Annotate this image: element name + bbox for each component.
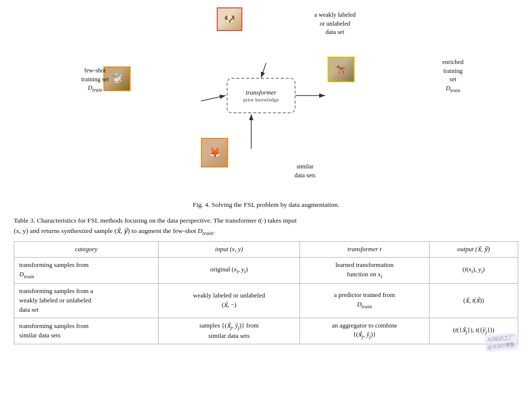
svg-line-1 — [201, 96, 226, 101]
row3-input: samples {(x̂j, ŷj)} fromsimilar data set… — [159, 318, 300, 344]
col-header-input: input (x, y) — [159, 242, 300, 258]
row1-input: original (xi, yi) — [159, 257, 300, 283]
svg-line-2 — [261, 63, 266, 78]
table-row: transforming samples fromsimilar data se… — [14, 318, 518, 344]
table-row: transforming samples fromDtrain original… — [14, 257, 518, 283]
col-header-transformer: transformer t — [299, 242, 429, 258]
table-header-row: category input (x, y) transformer t outp… — [14, 242, 518, 258]
row3-output: (t({x̂j}), t({ŷj})) — [430, 318, 518, 344]
row2-transformer: a predictor trained fromDtrain — [299, 284, 429, 318]
row2-category: transforming samples from aweakly labele… — [14, 284, 159, 318]
dog-img: 🐶 — [217, 7, 242, 31]
dog-img: 🐕‍🦺 — [328, 57, 355, 82]
row3-category: transforming samples fromsimilar data se… — [14, 318, 159, 344]
row1-output: (t(xi), yi) — [430, 257, 518, 283]
diagram-section: 🐕 🐩 🐺 🐕‍🦺 🦮 🐶 a weakly labeled or unlabe… — [0, 0, 532, 216]
col-header-category: category — [14, 242, 159, 258]
bottom-cluster-label: similar data sets — [295, 163, 316, 180]
fig-caption: Fig. 4. Solving the FSL problem by data … — [193, 201, 339, 209]
table-section: Table 3. Characteristics for FSL methods… — [0, 216, 532, 344]
table-caption: Table 3. Characteristics for FSL methods… — [14, 216, 518, 237]
table-row: transforming samples from aweakly labele… — [14, 284, 518, 318]
top-cluster-label: a weakly labeled or unlabeled data set — [314, 11, 356, 37]
row1-transformer: learned transformationfunction on xi — [299, 257, 429, 283]
characteristics-table: category input (x, y) transformer t outp… — [14, 241, 518, 344]
row1-category: transforming samples fromDtrain — [14, 257, 159, 283]
left-cluster-label: few-shot training set Dtrain — [81, 66, 109, 94]
transformer-box: transformer prior knowledge — [227, 78, 296, 113]
row2-output: (x̄, t(x̄)) — [430, 284, 518, 318]
diagram-canvas: 🐕 🐩 🐺 🐕‍🦺 🦮 🐶 a weakly labeled or unlabe… — [74, 5, 458, 197]
dog-img: 🦊 — [201, 138, 228, 167]
row3-transformer: an aggregator to combine{(x̂j, ŷj)} — [299, 318, 429, 344]
right-cluster-label: enriched training set Dtrain — [442, 58, 464, 94]
col-header-output: output (x̃, ỹ) — [430, 242, 518, 258]
row2-input: weakly labeled or unlabeled(x̄, −) — [159, 284, 300, 318]
